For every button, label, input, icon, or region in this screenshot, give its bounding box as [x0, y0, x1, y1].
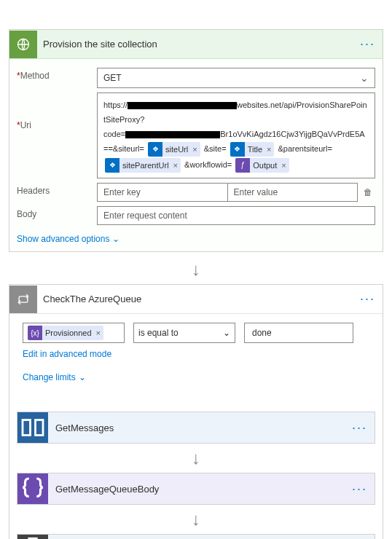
change-limits-link[interactable]: Change limits ⌄ — [23, 372, 86, 382]
step-title: GetMessages — [55, 422, 352, 433]
queue-icon — [17, 412, 48, 443]
redacted-text — [128, 102, 237, 109]
sharepoint-icon: ❖ — [148, 142, 162, 157]
step-getmessagequeuebody[interactable]: GetMessageQueueBody ··· — [17, 473, 375, 505]
token-remove-icon[interactable]: × — [192, 142, 197, 157]
step-getmessages[interactable]: GetMessages ··· — [17, 412, 375, 444]
token-remove-icon[interactable]: × — [96, 328, 101, 337]
step-more-button[interactable]: ··· — [352, 420, 367, 436]
body-label: Body — [17, 206, 97, 219]
globe-icon — [9, 31, 37, 58]
provision-card: Provision the site collection ··· *Metho… — [9, 29, 383, 252]
header-value-input[interactable]: Enter value — [228, 183, 358, 202]
flow-arrow-icon: ↓ — [17, 509, 375, 530]
token-title[interactable]: ❖ Title × — [230, 142, 275, 157]
method-label: *Method — [17, 68, 97, 81]
chevron-down-icon: ⌄ — [112, 234, 119, 244]
chevron-down-icon: ⌄ — [79, 372, 86, 382]
show-advanced-link[interactable]: Show advanced options ⌄ — [17, 234, 119, 244]
redacted-text — [125, 131, 220, 138]
step-condition[interactable]: Condition ··· — [17, 534, 375, 539]
provision-header: Provision the site collection ··· — [9, 30, 383, 59]
uri-label: *Uri — [17, 93, 97, 130]
check-queue-header: CheckThe AzureQueue ··· — [9, 285, 383, 314]
provision-body: *Method GET ⌄ *Uri https://websites.net/… — [9, 59, 383, 251]
loop-icon — [9, 286, 37, 313]
header-key-input[interactable]: Enter key — [97, 183, 228, 202]
provision-more-button[interactable]: ··· — [360, 36, 375, 52]
sharepoint-icon: ❖ — [230, 142, 245, 157]
svg-rect-3 — [36, 420, 44, 436]
check-queue-more-button[interactable]: ··· — [360, 291, 375, 307]
token-siteparenturl[interactable]: ❖ siteParentUrl × — [105, 158, 181, 173]
svg-rect-1 — [19, 296, 28, 302]
token-siteurl[interactable]: ❖ siteUrl × — [148, 142, 200, 157]
braces-icon — [17, 473, 48, 504]
token-output[interactable]: ƒ Output × — [235, 158, 289, 173]
token-remove-icon[interactable]: × — [281, 158, 286, 173]
check-queue-body: {x} Provisionned × is equal to ⌄ done Ed… — [9, 314, 383, 539]
chevron-down-icon: ⌄ — [223, 328, 230, 338]
token-remove-icon[interactable]: × — [267, 142, 271, 157]
flow-arrow-icon: ↓ — [17, 448, 375, 468]
method-select[interactable]: GET ⌄ — [97, 68, 375, 88]
flow-arrow-icon: ↓ — [9, 259, 383, 280]
sharepoint-icon: ❖ — [105, 158, 119, 173]
branch-icon — [17, 535, 48, 539]
method-value: GET — [103, 73, 122, 83]
edit-advanced-link[interactable]: Edit in advanced mode — [23, 349, 111, 359]
token-provisionned[interactable]: {x} Provisionned × — [28, 326, 103, 340]
token-remove-icon[interactable]: × — [173, 158, 178, 173]
step-title: GetMessageQueueBody — [55, 484, 352, 495]
condition-operator-select[interactable]: is equal to ⌄ — [133, 323, 235, 343]
provision-title: Provision the site collection — [43, 39, 360, 50]
check-queue-title: CheckThe AzureQueue — [43, 294, 360, 304]
steps-container: GetMessages ··· ↓ GetMessageQueueBody ··… — [9, 412, 383, 539]
uri-input[interactable]: https://websites.net/api/ProvisionShareP… — [97, 93, 375, 178]
chevron-down-icon: ⌄ — [360, 72, 369, 84]
headers-label: Headers — [17, 183, 97, 196]
function-icon: ƒ — [235, 158, 250, 173]
body-input[interactable]: Enter request content — [97, 206, 375, 225]
variable-icon: {x} — [28, 326, 42, 340]
condition-left-input[interactable]: {x} Provisionned × — [23, 323, 125, 343]
check-queue-card: CheckThe AzureQueue ··· {x} Provisionned… — [9, 284, 383, 539]
condition-value-input[interactable]: done — [244, 323, 353, 343]
delete-header-button[interactable]: 🗑 — [361, 187, 375, 197]
svg-rect-2 — [23, 420, 31, 436]
step-more-button[interactable]: ··· — [352, 481, 367, 497]
